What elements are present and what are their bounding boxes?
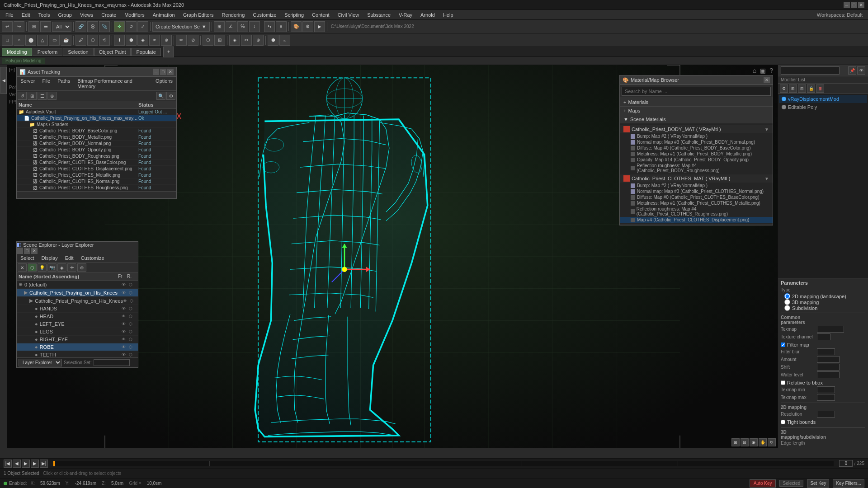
menu-help[interactable]: Help xyxy=(439,11,457,19)
tab-populate[interactable]: Populate xyxy=(131,48,160,56)
amount-input[interactable]: 0,8cm xyxy=(817,356,840,363)
object-name-input[interactable]: ROBE xyxy=(781,66,840,75)
se-menu-edit[interactable]: Edit xyxy=(61,254,77,262)
se-shape-button[interactable]: ◈ xyxy=(57,263,66,272)
current-frame-input[interactable] xyxy=(839,460,853,467)
asset-tracking-row[interactable]: 📄Catholic_Priest_Praying_on_His_Knees_ma… xyxy=(17,115,176,122)
angle-snap-button[interactable]: ∠ xyxy=(226,21,236,32)
modifier-editable-poly[interactable]: Editable Poly xyxy=(779,103,867,111)
type-2d-radio[interactable] xyxy=(784,293,790,299)
align-button[interactable]: ≡ xyxy=(276,21,287,32)
tab-selection[interactable]: Selection xyxy=(63,48,93,56)
box-button[interactable]: □ xyxy=(2,35,13,46)
scene-explorer-row[interactable]: ●HANDS👁⬡ xyxy=(17,305,138,313)
se-menu-select[interactable]: Select xyxy=(17,254,38,262)
type-3d-radio[interactable] xyxy=(784,299,790,305)
scene-explorer-row[interactable]: ▶Catholic_Priest_Praying_on_His_Knees👁⬡ xyxy=(17,289,138,297)
turbosmooth-button[interactable]: ⬡ xyxy=(203,35,213,46)
generate-topo-button[interactable]: ⬢ xyxy=(268,35,278,46)
show-all-subtrees-button[interactable]: ⊞ xyxy=(789,84,797,93)
se-menu-display[interactable]: Display xyxy=(38,254,61,262)
texmapmax-input[interactable]: 1,0 xyxy=(817,394,835,401)
se-space-warp-button[interactable]: ⊛ xyxy=(77,263,86,272)
configure-modifiers-button[interactable]: ⚙ xyxy=(780,84,788,93)
se-camera-button[interactable]: 📷 xyxy=(47,263,57,272)
select-byname-button[interactable]: ☰ xyxy=(40,21,51,32)
asset-tracking-restore[interactable]: □ xyxy=(160,69,166,75)
asset-tracking-row[interactable]: 📁Maps / Shaders xyxy=(17,122,176,128)
menu-edit[interactable]: Edit xyxy=(18,11,34,19)
viewport-help-icon[interactable]: ? xyxy=(769,67,773,74)
paint-selection-button[interactable]: 🖊 xyxy=(75,35,86,46)
scene-explorer-row[interactable]: ●HEAD👁⬡ xyxy=(17,313,138,320)
at-menu-file[interactable]: File xyxy=(38,77,54,90)
menu-civil-view[interactable]: Civil View xyxy=(334,11,363,19)
paint-deform-button[interactable]: ✏ xyxy=(176,35,187,46)
menu-arnold[interactable]: Arnold xyxy=(417,11,439,19)
at-merge-button[interactable]: ⊕ xyxy=(47,92,57,100)
scene-explorer-row[interactable]: ●LEGS👁⬡ xyxy=(17,328,138,336)
viewport-home-icon[interactable]: ⌂ xyxy=(753,67,756,74)
map-row[interactable]: Normal map: Map #3 (Catholic_Priest_CLOT… xyxy=(620,188,773,194)
at-menu-bitmap-perf[interactable]: Bitmap Performance and Memory xyxy=(74,77,152,90)
keyfilters-button[interactable]: Key Filters... xyxy=(833,479,864,488)
show-result-button[interactable]: 👁 xyxy=(857,66,865,75)
setkey-button[interactable]: Set Key xyxy=(807,479,829,488)
tightbounds-checkbox[interactable] xyxy=(781,420,785,424)
scene-explorer-row[interactable]: ●LEFT_EYE👁⬡ xyxy=(17,320,138,328)
teapot-button[interactable]: ☕ xyxy=(61,35,71,46)
minimize-button[interactable]: ─ xyxy=(844,2,850,8)
mirror-button[interactable]: ⇆ xyxy=(264,21,275,32)
menu-substance[interactable]: Substance xyxy=(363,11,394,19)
at-menu-server[interactable]: Server xyxy=(17,77,38,90)
chamfer-button[interactable]: ◈ xyxy=(137,35,148,46)
asset-tracking-row[interactable]: 📁Autodesk VaultLogged Out ... xyxy=(17,109,176,115)
add-tab-button[interactable]: + xyxy=(163,47,174,57)
scene-explorer-close[interactable]: ✕ xyxy=(31,248,38,254)
pan-button[interactable]: ✋ xyxy=(759,438,767,446)
filter-dropdown[interactable]: All xyxy=(52,22,71,32)
map-row[interactable]: Metalness: Map #1 (Catholic_Priest_CLOTH… xyxy=(620,200,773,206)
zoom-extents-button[interactable]: ⊞ xyxy=(731,438,740,446)
connect-button[interactable]: ⊕ xyxy=(161,35,172,46)
cone-button[interactable]: △ xyxy=(37,35,48,46)
material-header[interactable]: Catholic_Priest_BODY_MAT ( VRayMtl )▼ xyxy=(620,125,773,133)
bevel-button[interactable]: ⬢ xyxy=(126,35,137,46)
snap-toggle-button[interactable]: ⊞ xyxy=(214,21,225,32)
scene-explorer-minimize[interactable]: ─ xyxy=(17,248,23,254)
menu-views[interactable]: Views xyxy=(76,11,97,19)
waterlevel-input[interactable]: 0,0cm xyxy=(817,371,840,378)
asset-tracking-row[interactable]: 🖼Catholic_Priest_CLOTHES_Normal.pngFound xyxy=(17,178,176,185)
material-header[interactable]: Catholic_Priest_CLOTHES_MAT ( VRayMtl )▼ xyxy=(620,174,773,183)
hide-all-subtrees-button[interactable]: ⊟ xyxy=(798,84,806,93)
tab-object-paint[interactable]: Object Paint xyxy=(94,48,131,56)
viewport-display-icon[interactable]: ▣ xyxy=(760,67,766,74)
texmapmin-input[interactable]: 0,0 xyxy=(817,386,835,393)
se-helper-button[interactable]: ✛ xyxy=(67,263,76,272)
map-row[interactable]: Bump: Map #2 ( VRayNormalMap ) xyxy=(620,133,773,139)
asset-tracking-row[interactable]: 🖼Catholic_Priest_CLOTHES_Roughness.pngFo… xyxy=(17,185,176,191)
menu-tools[interactable]: Tools xyxy=(35,11,54,19)
maps-section-header[interactable]: + Maps xyxy=(620,107,773,115)
asset-tracking-row[interactable]: 🖼Catholic_Priest_CLOTHES_Displacement.pn… xyxy=(17,166,176,172)
map-row[interactable]: Diffuse: Map #0 (Catholic_Priest_CLOTHES… xyxy=(620,194,773,200)
material-editor-button[interactable]: 🎨 xyxy=(291,21,302,32)
select-scale-button[interactable]: ⤢ xyxy=(137,21,148,32)
target-weld-button[interactable]: ⊕ xyxy=(253,35,264,46)
map-row[interactable]: Map #4 (Catholic_Priest_CLOTHES_Displace… xyxy=(620,217,773,223)
scene-explorer-list[interactable]: ⊕0 (default)👁⬡▶Catholic_Priest_Praying_o… xyxy=(17,281,138,357)
tab-modeling[interactable]: Modeling xyxy=(2,48,32,56)
map-row[interactable]: Reflection roughness: Map #4 (Catholic_P… xyxy=(620,206,773,217)
map-row[interactable]: Reflection roughness: Map #4 (Catholic_P… xyxy=(620,163,773,174)
relativebbox-checkbox[interactable] xyxy=(781,380,785,385)
extrude-button[interactable]: ⬆ xyxy=(114,35,125,46)
autokey-button[interactable]: Auto Key xyxy=(750,479,776,488)
go-end-button[interactable]: ▶| xyxy=(40,460,48,468)
left-panel-expand-button[interactable]: ◀ xyxy=(0,67,7,94)
next-frame-button[interactable]: ▶ xyxy=(31,460,39,468)
plane-button[interactable]: ▭ xyxy=(49,35,60,46)
at-refresh-button[interactable]: ↺ xyxy=(18,92,27,100)
render-setup-button[interactable]: ⚙ xyxy=(302,21,313,32)
at-list-button[interactable]: ☰ xyxy=(38,92,47,100)
at-settings-button[interactable]: ⚙ xyxy=(166,92,175,100)
